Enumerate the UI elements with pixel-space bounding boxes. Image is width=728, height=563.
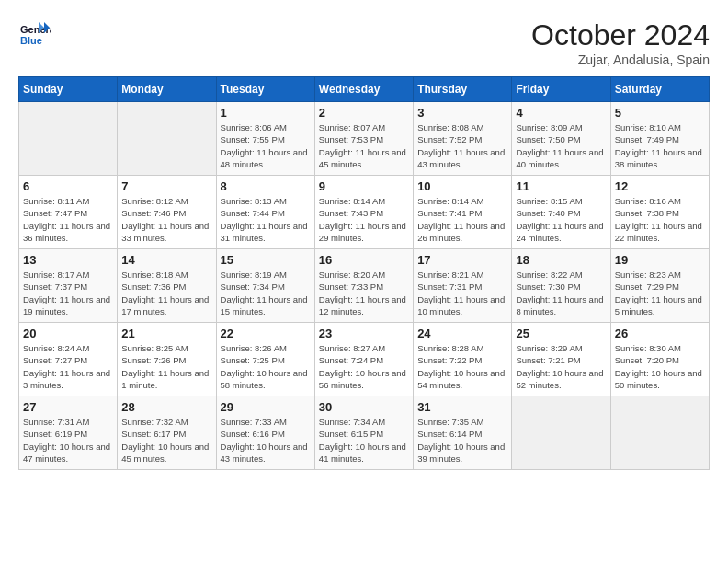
week-row-5: 27Sunrise: 7:31 AM Sunset: 6:19 PM Dayli… [19, 396, 710, 470]
week-row-2: 6Sunrise: 8:11 AM Sunset: 7:47 PM Daylig… [19, 176, 710, 249]
day-number: 20 [23, 327, 113, 340]
day-number: 7 [121, 179, 211, 193]
calendar-cell: 10Sunrise: 8:14 AM Sunset: 7:41 PM Dayli… [414, 176, 512, 249]
day-info: Sunrise: 8:22 AM Sunset: 7:30 PM Dayligh… [516, 269, 606, 317]
day-info: Sunrise: 8:19 AM Sunset: 7:34 PM Dayligh… [221, 269, 311, 317]
day-number: 2 [319, 106, 409, 120]
day-info: Sunrise: 8:08 AM Sunset: 7:52 PM Dayligh… [417, 121, 507, 170]
day-number: 6 [23, 179, 113, 193]
calendar-table: SundayMondayTuesdayWednesdayThursdayFrid… [18, 76, 710, 470]
calendar-cell: 16Sunrise: 8:20 AM Sunset: 7:33 PM Dayli… [314, 249, 413, 323]
calendar-cell: 30Sunrise: 7:34 AM Sunset: 6:15 PM Dayli… [314, 396, 413, 470]
week-row-4: 20Sunrise: 8:24 AM Sunset: 7:27 PM Dayli… [19, 323, 710, 396]
week-row-1: 1Sunrise: 8:06 AM Sunset: 7:55 PM Daylig… [19, 102, 710, 176]
day-info: Sunrise: 8:17 AM Sunset: 7:37 PM Dayligh… [23, 269, 113, 317]
day-info: Sunrise: 8:26 AM Sunset: 7:25 PM Dayligh… [221, 342, 311, 391]
calendar-cell: 19Sunrise: 8:23 AM Sunset: 7:29 PM Dayli… [610, 249, 709, 323]
day-number: 16 [319, 253, 409, 267]
day-info: Sunrise: 8:15 AM Sunset: 7:40 PM Dayligh… [516, 195, 606, 244]
header-day-sunday: Sunday [19, 77, 118, 102]
header-day-tuesday: Tuesday [216, 77, 314, 102]
month-title: October 2024 [531, 18, 710, 52]
day-number: 17 [417, 253, 507, 267]
calendar-cell: 7Sunrise: 8:12 AM Sunset: 7:46 PM Daylig… [118, 176, 216, 249]
calendar-cell: 6Sunrise: 8:11 AM Sunset: 7:47 PM Daylig… [19, 176, 118, 249]
day-info: Sunrise: 8:06 AM Sunset: 7:55 PM Dayligh… [221, 121, 311, 170]
calendar-cell: 4Sunrise: 8:09 AM Sunset: 7:50 PM Daylig… [512, 102, 610, 176]
day-info: Sunrise: 8:14 AM Sunset: 7:43 PM Dayligh… [319, 195, 409, 244]
day-info: Sunrise: 8:09 AM Sunset: 7:50 PM Dayligh… [516, 121, 606, 170]
day-number: 14 [121, 253, 211, 267]
day-info: Sunrise: 7:33 AM Sunset: 6:16 PM Dayligh… [221, 416, 311, 465]
logo-icon: General Blue [18, 18, 51, 52]
day-info: Sunrise: 7:32 AM Sunset: 6:17 PM Dayligh… [121, 416, 211, 465]
day-number: 25 [516, 327, 606, 340]
day-number: 22 [221, 327, 311, 340]
calendar-cell [610, 396, 709, 470]
day-info: Sunrise: 8:24 AM Sunset: 7:27 PM Dayligh… [23, 342, 113, 391]
day-info: Sunrise: 8:29 AM Sunset: 7:21 PM Dayligh… [516, 342, 606, 391]
header-day-monday: Monday [118, 77, 216, 102]
calendar-cell: 2Sunrise: 8:07 AM Sunset: 7:53 PM Daylig… [314, 102, 413, 176]
day-info: Sunrise: 8:21 AM Sunset: 7:31 PM Dayligh… [417, 269, 507, 317]
day-number: 4 [516, 106, 606, 120]
page-header: General Blue October 2024 Zujar, Andalus… [18, 18, 710, 67]
header-day-wednesday: Wednesday [314, 77, 413, 102]
calendar-cell: 9Sunrise: 8:14 AM Sunset: 7:43 PM Daylig… [314, 176, 413, 249]
day-info: Sunrise: 8:16 AM Sunset: 7:38 PM Dayligh… [615, 195, 705, 244]
day-info: Sunrise: 7:31 AM Sunset: 6:19 PM Dayligh… [23, 416, 113, 465]
logo: General Blue [18, 18, 51, 52]
calendar-cell: 18Sunrise: 8:22 AM Sunset: 7:30 PM Dayli… [512, 249, 610, 323]
calendar-cell: 5Sunrise: 8:10 AM Sunset: 7:49 PM Daylig… [610, 102, 709, 176]
day-info: Sunrise: 8:14 AM Sunset: 7:41 PM Dayligh… [417, 195, 507, 244]
header-day-thursday: Thursday [414, 77, 512, 102]
day-number: 26 [615, 327, 705, 340]
calendar-cell: 11Sunrise: 8:15 AM Sunset: 7:40 PM Dayli… [512, 176, 610, 249]
calendar-cell: 20Sunrise: 8:24 AM Sunset: 7:27 PM Dayli… [19, 323, 118, 396]
header-row: SundayMondayTuesdayWednesdayThursdayFrid… [19, 77, 710, 102]
calendar-cell: 17Sunrise: 8:21 AM Sunset: 7:31 PM Dayli… [414, 249, 512, 323]
day-info: Sunrise: 7:34 AM Sunset: 6:15 PM Dayligh… [319, 416, 409, 465]
calendar-cell: 13Sunrise: 8:17 AM Sunset: 7:37 PM Dayli… [19, 249, 118, 323]
header-day-saturday: Saturday [610, 77, 709, 102]
calendar-cell [118, 102, 216, 176]
day-info: Sunrise: 8:30 AM Sunset: 7:20 PM Dayligh… [615, 342, 705, 391]
day-number: 12 [615, 179, 705, 193]
day-number: 1 [221, 106, 311, 120]
day-info: Sunrise: 8:18 AM Sunset: 7:36 PM Dayligh… [121, 269, 211, 317]
calendar-cell: 12Sunrise: 8:16 AM Sunset: 7:38 PM Dayli… [610, 176, 709, 249]
calendar-cell [19, 102, 118, 176]
calendar-cell: 26Sunrise: 8:30 AM Sunset: 7:20 PM Dayli… [610, 323, 709, 396]
calendar-cell: 1Sunrise: 8:06 AM Sunset: 7:55 PM Daylig… [216, 102, 314, 176]
day-info: Sunrise: 8:20 AM Sunset: 7:33 PM Dayligh… [319, 269, 409, 317]
day-number: 30 [319, 400, 409, 414]
day-number: 5 [615, 106, 705, 120]
location-subtitle: Zujar, Andalusia, Spain [531, 52, 710, 67]
day-info: Sunrise: 8:23 AM Sunset: 7:29 PM Dayligh… [615, 269, 705, 317]
day-number: 10 [417, 179, 507, 193]
day-info: Sunrise: 7:35 AM Sunset: 6:14 PM Dayligh… [417, 416, 507, 465]
calendar-cell: 15Sunrise: 8:19 AM Sunset: 7:34 PM Dayli… [216, 249, 314, 323]
calendar-cell: 23Sunrise: 8:27 AM Sunset: 7:24 PM Dayli… [314, 323, 413, 396]
day-info: Sunrise: 8:28 AM Sunset: 7:22 PM Dayligh… [417, 342, 507, 391]
day-number: 8 [221, 179, 311, 193]
calendar-cell: 25Sunrise: 8:29 AM Sunset: 7:21 PM Dayli… [512, 323, 610, 396]
day-info: Sunrise: 8:27 AM Sunset: 7:24 PM Dayligh… [319, 342, 409, 391]
day-number: 21 [121, 327, 211, 340]
day-number: 15 [221, 253, 311, 267]
day-info: Sunrise: 8:07 AM Sunset: 7:53 PM Dayligh… [319, 121, 409, 170]
day-number: 28 [121, 400, 211, 414]
day-number: 27 [23, 400, 113, 414]
calendar-cell: 29Sunrise: 7:33 AM Sunset: 6:16 PM Dayli… [216, 396, 314, 470]
day-info: Sunrise: 8:12 AM Sunset: 7:46 PM Dayligh… [121, 195, 211, 244]
title-block: October 2024 Zujar, Andalusia, Spain [531, 18, 710, 67]
day-info: Sunrise: 8:11 AM Sunset: 7:47 PM Dayligh… [23, 195, 113, 244]
svg-text:Blue: Blue [20, 35, 42, 46]
day-number: 18 [516, 253, 606, 267]
day-info: Sunrise: 8:13 AM Sunset: 7:44 PM Dayligh… [221, 195, 311, 244]
calendar-cell: 24Sunrise: 8:28 AM Sunset: 7:22 PM Dayli… [414, 323, 512, 396]
calendar-cell: 27Sunrise: 7:31 AM Sunset: 6:19 PM Dayli… [19, 396, 118, 470]
day-number: 9 [319, 179, 409, 193]
week-row-3: 13Sunrise: 8:17 AM Sunset: 7:37 PM Dayli… [19, 249, 710, 323]
calendar-cell: 14Sunrise: 8:18 AM Sunset: 7:36 PM Dayli… [118, 249, 216, 323]
